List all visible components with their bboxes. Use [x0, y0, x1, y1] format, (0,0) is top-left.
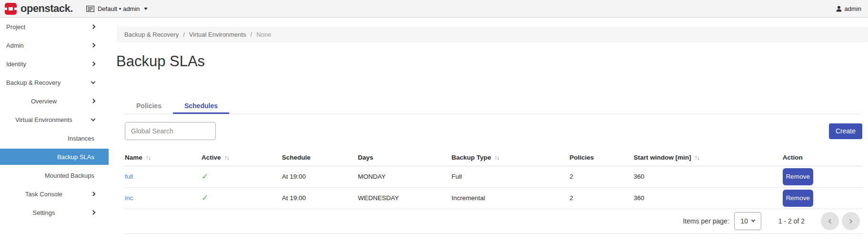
sidebar-item-identity[interactable]: Identity — [0, 56, 109, 72]
sidebar-item-project[interactable]: Project — [0, 19, 109, 35]
active-check-icon: ✓ — [202, 193, 208, 202]
schedules-table: Name↑↓ Active↑↓ Schedule Days Backup Typ… — [125, 150, 862, 209]
start-window-cell: 360 — [634, 166, 783, 187]
global-search-input[interactable] — [125, 122, 216, 140]
column-header-active[interactable]: Active↑↓ — [202, 150, 282, 166]
page-size-value: 10 — [740, 217, 748, 225]
column-header-days: Days — [358, 150, 452, 166]
column-header-backup-type[interactable]: Backup Type↑↓ — [452, 150, 570, 166]
sidebar-item-instances[interactable]: Instances — [0, 130, 109, 146]
tab-schedules[interactable]: Schedules — [173, 98, 229, 114]
policies-cell: 2 — [569, 187, 634, 209]
breadcrumb-separator: / — [183, 31, 185, 38]
days-cell: MONDAY — [358, 166, 452, 187]
sort-icon[interactable]: ↑↓ — [495, 154, 499, 161]
create-button[interactable]: Create — [829, 123, 862, 139]
schedules-panel: Policies Schedules Create Name↑↓ Active↑… — [125, 98, 862, 234]
user-icon — [836, 6, 842, 12]
sla-name-link[interactable]: inc — [125, 194, 133, 202]
table-row: full ✓ At 19:00 MONDAY Full 2 360 Remove — [125, 166, 862, 187]
column-header-policies: Policies — [569, 150, 634, 166]
breadcrumb-current: None — [256, 31, 271, 38]
start-window-cell: 360 — [634, 187, 783, 209]
chevron-left-icon — [828, 219, 833, 223]
pagination: Items per page: 10 1 - 2 of 2 — [125, 209, 862, 234]
sidebar: Project Admin Identity Backup & Recovery… — [0, 18, 109, 243]
column-header-schedule: Schedule — [282, 150, 358, 166]
username: admin — [845, 5, 861, 12]
domain-project-switcher[interactable]: Default • admin — [86, 5, 148, 12]
column-header-action: Action — [783, 150, 862, 166]
remove-button[interactable]: Remove — [783, 190, 813, 207]
schedule-cell: At 19:00 — [282, 187, 358, 209]
main-content: Backup & Recovery / Virtual Environments… — [109, 18, 868, 243]
chevron-down-icon — [751, 218, 755, 222]
sidebar-item-settings[interactable]: Settings — [0, 204, 109, 221]
sidebar-item-overview[interactable]: Overview — [0, 93, 109, 109]
tab-bar: Policies Schedules — [125, 98, 862, 114]
breadcrumb-link-backup-recovery[interactable]: Backup & Recovery — [124, 31, 179, 38]
sidebar-item-backup-slas[interactable]: Backup SLAs — [0, 149, 109, 165]
breadcrumb: Backup & Recovery / Virtual Environments… — [117, 27, 868, 42]
next-page-button[interactable] — [842, 212, 860, 230]
user-menu[interactable]: admin — [836, 5, 861, 12]
backup-type-cell: Incremental — [452, 187, 570, 209]
page-size-select[interactable]: 10 — [734, 212, 761, 230]
tab-policies[interactable]: Policies — [125, 98, 173, 114]
sort-icon[interactable]: ↑↓ — [695, 154, 699, 161]
sort-icon[interactable]: ↑↓ — [146, 154, 151, 161]
chevron-right-icon — [848, 219, 853, 223]
table-row: inc ✓ At 19:00 WEDNESDAY Incremental 2 3… — [125, 187, 862, 209]
breadcrumb-separator: / — [251, 31, 252, 38]
sidebar-item-task-console[interactable]: Task Console — [0, 186, 109, 202]
sidebar-item-virtual-environments[interactable]: Virtual Environments — [0, 111, 109, 128]
openstack-logo-icon — [5, 3, 17, 15]
days-cell: WEDNESDAY — [358, 187, 452, 209]
items-per-page-label: Items per page: — [683, 217, 729, 225]
sidebar-item-backup-recovery[interactable]: Backup & Recovery — [0, 74, 109, 91]
backup-type-cell: Full — [452, 166, 570, 187]
column-header-name[interactable]: Name↑↓ — [125, 150, 202, 166]
brand-text: openstack. — [20, 2, 73, 15]
previous-page-button[interactable] — [821, 212, 839, 230]
breadcrumb-link-virtual-environments[interactable]: Virtual Environments — [189, 31, 246, 38]
policies-cell: 2 — [569, 166, 634, 187]
sla-name-link[interactable]: full — [125, 173, 133, 180]
openstack-home-link[interactable]: openstack. — [5, 2, 73, 15]
table-toolbar: Create — [125, 122, 862, 140]
schedule-cell: At 19:00 — [282, 166, 358, 187]
top-navbar: openstack. Default • admin admin — [0, 0, 868, 18]
caret-down-icon — [144, 8, 148, 10]
column-header-start-window[interactable]: Start window [min]↑↓ — [634, 150, 783, 166]
context-label: Default • admin — [98, 5, 140, 12]
remove-button[interactable]: Remove — [783, 168, 813, 185]
navbar-left: openstack. Default • admin — [5, 2, 148, 15]
range-label: 1 - 2 of 2 — [778, 217, 805, 225]
sort-icon[interactable]: ↑↓ — [224, 154, 229, 161]
page-title: Backup SLAs — [116, 53, 868, 70]
active-check-icon: ✓ — [202, 172, 208, 181]
project-card-icon — [86, 6, 94, 12]
table-header-row: Name↑↓ Active↑↓ Schedule Days Backup Typ… — [125, 150, 862, 166]
sidebar-item-mounted-backups[interactable]: Mounted Backups — [0, 167, 109, 183]
sidebar-item-admin[interactable]: Admin — [0, 37, 109, 53]
